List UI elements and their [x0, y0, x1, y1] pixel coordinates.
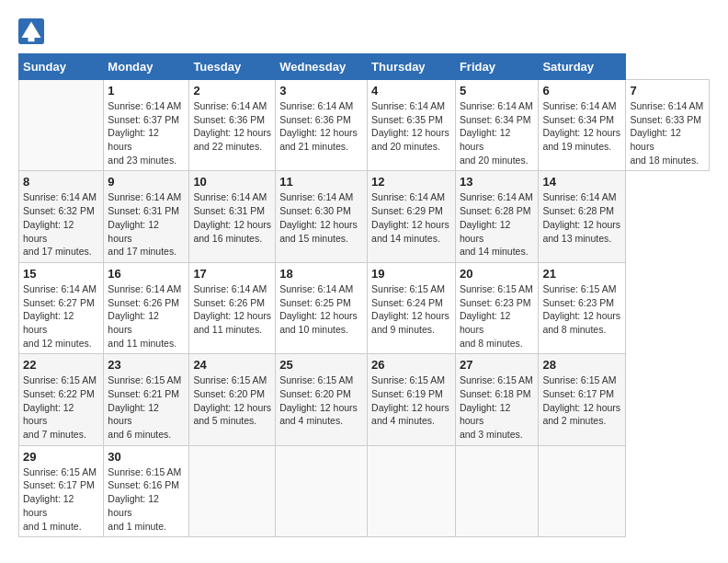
day-info: Sunrise: 6:14 AMSunset: 6:31 PMDaylight:…: [108, 190, 185, 258]
day-cell-18: 18Sunrise: 6:14 AMSunset: 6:25 PMDayligh…: [276, 262, 368, 353]
day-cell-28: 28Sunrise: 6:15 AMSunset: 6:17 PMDayligh…: [539, 354, 626, 445]
day-cell-6: 6Sunrise: 6:14 AMSunset: 6:34 PMDaylight…: [539, 80, 626, 171]
day-info: Sunrise: 6:14 AMSunset: 6:37 PMDaylight:…: [108, 99, 185, 167]
empty-cell: [539, 445, 626, 536]
day-number: 1: [108, 84, 185, 98]
day-info: Sunrise: 6:14 AMSunset: 6:29 PMDaylight:…: [371, 190, 451, 245]
day-number: 2: [193, 84, 271, 98]
day-cell-24: 24Sunrise: 6:15 AMSunset: 6:20 PMDayligh…: [189, 354, 276, 445]
day-cell-10: 10Sunrise: 6:14 AMSunset: 6:31 PMDayligh…: [189, 171, 276, 262]
day-info: Sunrise: 6:14 AMSunset: 6:25 PMDaylight:…: [279, 282, 363, 337]
day-number: 11: [279, 175, 363, 189]
day-number: 7: [630, 84, 705, 98]
day-info: Sunrise: 6:15 AMSunset: 6:20 PMDaylight:…: [279, 373, 363, 428]
col-header-sunday: Sunday: [19, 54, 104, 80]
page-header: [18, 18, 710, 44]
day-cell-20: 20Sunrise: 6:15 AMSunset: 6:23 PMDayligh…: [455, 262, 539, 353]
day-cell-29: 29Sunrise: 6:15 AMSunset: 6:17 PMDayligh…: [19, 445, 104, 536]
day-info: Sunrise: 6:14 AMSunset: 6:28 PMDaylight:…: [460, 190, 535, 258]
day-number: 27: [460, 358, 535, 372]
day-info: Sunrise: 6:15 AMSunset: 6:24 PMDaylight:…: [371, 282, 451, 337]
day-cell-11: 11Sunrise: 6:14 AMSunset: 6:30 PMDayligh…: [276, 171, 368, 262]
day-cell-27: 27Sunrise: 6:15 AMSunset: 6:18 PMDayligh…: [455, 354, 539, 445]
calendar-week-1: 1Sunrise: 6:14 AMSunset: 6:37 PMDaylight…: [19, 80, 710, 171]
day-info: Sunrise: 6:14 AMSunset: 6:26 PMDaylight:…: [193, 282, 271, 337]
col-header-friday: Friday: [455, 54, 539, 80]
day-cell-15: 15Sunrise: 6:14 AMSunset: 6:27 PMDayligh…: [19, 262, 104, 353]
day-info: Sunrise: 6:15 AMSunset: 6:23 PMDaylight:…: [542, 282, 621, 337]
day-cell-30: 30Sunrise: 6:15 AMSunset: 6:16 PMDayligh…: [104, 445, 189, 536]
day-info: Sunrise: 6:15 AMSunset: 6:23 PMDaylight:…: [460, 282, 535, 350]
day-info: Sunrise: 6:14 AMSunset: 6:33 PMDaylight:…: [630, 99, 705, 167]
day-cell-12: 12Sunrise: 6:14 AMSunset: 6:29 PMDayligh…: [368, 171, 456, 262]
day-number: 29: [23, 450, 99, 464]
day-number: 16: [108, 267, 185, 281]
day-cell-22: 22Sunrise: 6:15 AMSunset: 6:22 PMDayligh…: [19, 354, 104, 445]
day-info: Sunrise: 6:15 AMSunset: 6:17 PMDaylight:…: [542, 373, 621, 428]
day-number: 18: [279, 267, 363, 281]
calendar-week-4: 22Sunrise: 6:15 AMSunset: 6:22 PMDayligh…: [19, 354, 710, 445]
day-number: 10: [193, 175, 271, 189]
day-info: Sunrise: 6:14 AMSunset: 6:30 PMDaylight:…: [279, 190, 363, 245]
day-cell-2: 2Sunrise: 6:14 AMSunset: 6:36 PMDaylight…: [189, 80, 276, 171]
day-info: Sunrise: 6:14 AMSunset: 6:32 PMDaylight:…: [23, 190, 99, 258]
day-info: Sunrise: 6:14 AMSunset: 6:35 PMDaylight:…: [371, 99, 451, 154]
day-number: 28: [542, 358, 621, 372]
day-info: Sunrise: 6:15 AMSunset: 6:17 PMDaylight:…: [23, 465, 99, 533]
day-cell-9: 9Sunrise: 6:14 AMSunset: 6:31 PMDaylight…: [104, 171, 189, 262]
day-info: Sunrise: 6:15 AMSunset: 6:16 PMDaylight:…: [108, 465, 185, 533]
empty-cell: [276, 445, 368, 536]
day-cell-14: 14Sunrise: 6:14 AMSunset: 6:28 PMDayligh…: [539, 171, 626, 262]
day-cell-25: 25Sunrise: 6:15 AMSunset: 6:20 PMDayligh…: [276, 354, 368, 445]
day-number: 19: [371, 267, 451, 281]
day-cell-19: 19Sunrise: 6:15 AMSunset: 6:24 PMDayligh…: [368, 262, 456, 353]
empty-cell: [189, 445, 276, 536]
day-info: Sunrise: 6:15 AMSunset: 6:19 PMDaylight:…: [371, 373, 451, 428]
day-number: 15: [23, 267, 99, 281]
day-number: 24: [193, 358, 271, 372]
day-number: 8: [23, 175, 99, 189]
day-cell-5: 5Sunrise: 6:14 AMSunset: 6:34 PMDaylight…: [455, 80, 539, 171]
day-cell-26: 26Sunrise: 6:15 AMSunset: 6:19 PMDayligh…: [368, 354, 456, 445]
day-number: 14: [542, 175, 621, 189]
calendar-week-5: 29Sunrise: 6:15 AMSunset: 6:17 PMDayligh…: [19, 445, 710, 536]
empty-cell: [368, 445, 456, 536]
day-info: Sunrise: 6:14 AMSunset: 6:31 PMDaylight:…: [193, 190, 271, 245]
day-number: 21: [542, 267, 621, 281]
day-info: Sunrise: 6:15 AMSunset: 6:18 PMDaylight:…: [460, 373, 535, 441]
day-number: 22: [23, 358, 99, 372]
day-cell-1: 1Sunrise: 6:14 AMSunset: 6:37 PMDaylight…: [104, 80, 189, 171]
day-number: 17: [193, 267, 271, 281]
day-cell-7: 7Sunrise: 6:14 AMSunset: 6:33 PMDaylight…: [626, 80, 710, 171]
day-cell-4: 4Sunrise: 6:14 AMSunset: 6:35 PMDaylight…: [368, 80, 456, 171]
day-info: Sunrise: 6:15 AMSunset: 6:21 PMDaylight:…: [108, 373, 185, 441]
day-number: 3: [279, 84, 363, 98]
day-info: Sunrise: 6:14 AMSunset: 6:28 PMDaylight:…: [542, 190, 621, 245]
day-cell-13: 13Sunrise: 6:14 AMSunset: 6:28 PMDayligh…: [455, 171, 539, 262]
col-header-saturday: Saturday: [539, 54, 626, 80]
logo: [18, 18, 48, 44]
day-cell-17: 17Sunrise: 6:14 AMSunset: 6:26 PMDayligh…: [189, 262, 276, 353]
day-info: Sunrise: 6:14 AMSunset: 6:26 PMDaylight:…: [108, 282, 185, 350]
day-info: Sunrise: 6:14 AMSunset: 6:36 PMDaylight:…: [279, 99, 363, 154]
day-number: 25: [279, 358, 363, 372]
day-number: 23: [108, 358, 185, 372]
day-info: Sunrise: 6:14 AMSunset: 6:34 PMDaylight:…: [460, 99, 535, 167]
col-header-thursday: Thursday: [368, 54, 456, 80]
svg-rect-2: [28, 38, 35, 41]
day-number: 26: [371, 358, 451, 372]
day-info: Sunrise: 6:15 AMSunset: 6:20 PMDaylight:…: [193, 373, 271, 428]
day-cell-23: 23Sunrise: 6:15 AMSunset: 6:21 PMDayligh…: [104, 354, 189, 445]
calendar-table: SundayMondayTuesdayWednesdayThursdayFrid…: [18, 53, 710, 537]
day-cell-3: 3Sunrise: 6:14 AMSunset: 6:36 PMDaylight…: [276, 80, 368, 171]
day-number: 5: [460, 84, 535, 98]
calendar-week-3: 15Sunrise: 6:14 AMSunset: 6:27 PMDayligh…: [19, 262, 710, 353]
day-number: 12: [371, 175, 451, 189]
calendar-week-2: 8Sunrise: 6:14 AMSunset: 6:32 PMDaylight…: [19, 171, 710, 262]
empty-cell: [455, 445, 539, 536]
calendar-header-row: SundayMondayTuesdayWednesdayThursdayFrid…: [19, 54, 710, 80]
col-header-wednesday: Wednesday: [276, 54, 368, 80]
day-number: 30: [108, 450, 185, 464]
day-number: 6: [542, 84, 621, 98]
col-header-monday: Monday: [104, 54, 189, 80]
